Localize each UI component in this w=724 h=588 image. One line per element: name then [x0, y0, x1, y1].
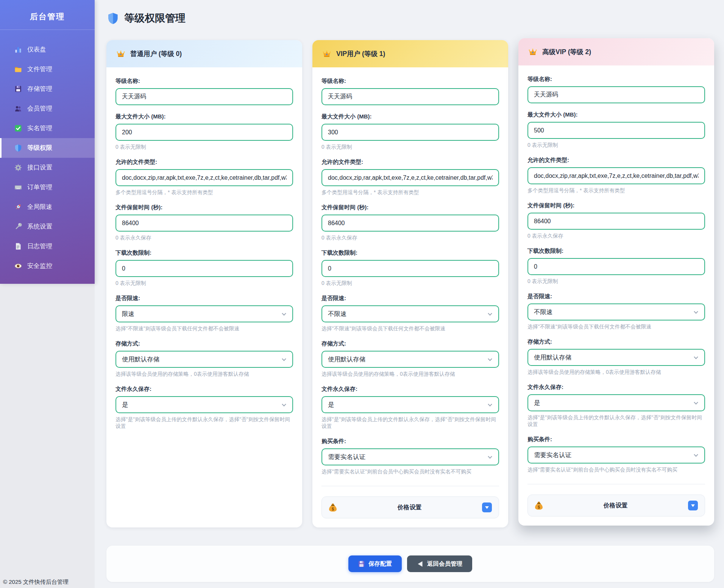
- level-cards: 普通用户 (等级 0) 等级名称: 最大文件大小 (MB): 0 表示无限制 允…: [106, 40, 714, 527]
- chevron-down-icon: [694, 400, 698, 404]
- permanent-save-select[interactable]: 是: [527, 394, 705, 411]
- sidebar-item-label: 日志管理: [27, 242, 52, 250]
- speed-limit-label: 是否限速:: [115, 295, 293, 302]
- speed-limit-select[interactable]: 不限速: [527, 303, 705, 320]
- file-types-input[interactable]: [527, 167, 705, 184]
- permanent-hint: 选择"是"则该等级会员上传的文件默认永久保存，选择"否"则按文件保留时间设置: [321, 416, 499, 430]
- divider: [321, 486, 499, 486]
- level-name-input[interactable]: [115, 88, 293, 105]
- retention-label: 文件保留时间 (秒):: [321, 204, 499, 211]
- chevron-down-icon: [488, 311, 492, 315]
- system-wrench-icon: [14, 223, 22, 230]
- file-types-label: 允许的文件类型:: [527, 157, 705, 164]
- back-to-members-button[interactable]: 返回会员管理: [407, 555, 472, 572]
- card-header: 普通用户 (等级 0): [106, 40, 302, 67]
- sidebar-item-11[interactable]: 安全监控: [0, 256, 95, 276]
- file-types-input[interactable]: [115, 169, 293, 186]
- purchase-condition-select[interactable]: 需要实名认证: [321, 448, 499, 465]
- storage-label: 存储方式:: [321, 340, 499, 347]
- purchase-condition-select[interactable]: 需要实名认证: [527, 446, 705, 464]
- sidebar-item-0[interactable]: 仪表盘: [0, 40, 95, 59]
- level-card-1: VIP用户 (等级 1) 等级名称: 最大文件大小 (MB): 0 表示无限制 …: [312, 40, 508, 527]
- max-size-input[interactable]: [115, 124, 293, 141]
- storage-label: 存储方式:: [527, 338, 705, 345]
- speed-limit-select[interactable]: 不限速: [321, 305, 499, 322]
- permanent-hint: 选择"是"则该等级会员上传的文件默认永久保存，选择"否"则按文件保留时间设置: [115, 416, 293, 430]
- price-toggle-button[interactable]: [482, 502, 492, 512]
- level-name-input[interactable]: [321, 88, 499, 105]
- card-title: 高级VIP (等级 2): [542, 47, 591, 56]
- price-settings-row[interactable]: 价格设置: [527, 495, 705, 516]
- sidebar-item-9[interactable]: 系统设置: [0, 217, 95, 236]
- level-name-input[interactable]: [527, 86, 705, 103]
- sidebar-item-1[interactable]: 文件管理: [0, 59, 95, 79]
- chevron-down-icon: [282, 402, 286, 406]
- max-size-hint: 0 表示无限制: [321, 144, 499, 151]
- download-limit-input[interactable]: [527, 258, 705, 275]
- sidebar-item-label: 全局限速: [27, 203, 52, 211]
- file-types-hint: 多个类型用逗号分隔，* 表示支持所有类型: [321, 189, 499, 196]
- security-eye-icon: [14, 262, 22, 270]
- sidebar-item-3[interactable]: 会员管理: [0, 99, 95, 118]
- storage-select[interactable]: 使用默认存储: [115, 351, 293, 368]
- sidebar-item-7[interactable]: 订单管理: [0, 177, 95, 197]
- download-limit-input[interactable]: [115, 260, 293, 277]
- back-button-label: 返回会员管理: [427, 560, 462, 568]
- card-header: VIP用户 (等级 1): [312, 40, 508, 67]
- max-size-input[interactable]: [527, 122, 705, 139]
- level-name-label: 等级名称:: [321, 78, 499, 85]
- moneybag-icon: [329, 503, 337, 512]
- crown-icon: [116, 50, 125, 58]
- retention-input[interactable]: [527, 213, 705, 230]
- sidebar-item-10[interactable]: 日志管理: [0, 236, 95, 256]
- storage-label: 存储方式:: [115, 340, 293, 347]
- file-types-hint: 多个类型用逗号分隔，* 表示支持所有类型: [115, 189, 293, 196]
- storage-hint: 选择该等级会员使用的存储策略，0表示使用游客默认存储: [321, 371, 499, 378]
- speed-limit-select[interactable]: 限速: [115, 305, 293, 322]
- permanent-save-select[interactable]: 是: [321, 396, 499, 413]
- speed-limit-hint: 选择"不限速"则该等级会员下载任何文件都不会被限速: [321, 325, 499, 332]
- max-size-input[interactable]: [321, 124, 499, 141]
- storage-select[interactable]: 使用默认存储: [321, 351, 499, 368]
- purchase-label: 购买条件:: [321, 438, 499, 445]
- sidebar-item-5[interactable]: 等级权限: [0, 138, 95, 158]
- permanent-label: 文件永久保存:: [527, 384, 705, 391]
- app-title: 后台管理: [0, 0, 95, 30]
- chevron-down-icon: [488, 454, 492, 458]
- retention-input[interactable]: [115, 215, 293, 232]
- chevron-down-icon: [694, 355, 698, 359]
- download-limit-input[interactable]: [321, 260, 499, 277]
- sidebar-item-8[interactable]: 全局限速: [0, 197, 95, 217]
- page-title: 等级权限管理: [124, 11, 186, 25]
- download-limit-hint: 0 表示无限制: [527, 278, 705, 285]
- level-card-0: 普通用户 (等级 0) 等级名称: 最大文件大小 (MB): 0 表示无限制 允…: [106, 40, 302, 527]
- sidebar-item-label: 接口设置: [27, 163, 52, 172]
- storage-select[interactable]: 使用默认存储: [527, 349, 705, 366]
- sidebar-item-label: 系统设置: [27, 222, 52, 231]
- save-config-button[interactable]: 保存配置: [348, 555, 402, 572]
- retention-hint: 0 表示永久保存: [115, 235, 293, 241]
- chevron-down-icon: [488, 402, 492, 406]
- chevron-down-icon: [488, 356, 492, 361]
- chevron-down-icon: [694, 309, 698, 313]
- chevron-down-icon: [694, 452, 698, 456]
- file-types-input[interactable]: [321, 169, 499, 186]
- storage-hint: 选择该等级会员使用的存储策略，0表示使用游客默认存储: [115, 371, 293, 378]
- permanent-save-select[interactable]: 是: [115, 396, 293, 413]
- sidebar-item-4[interactable]: 实名管理: [0, 118, 95, 138]
- footer-bar: 保存配置 返回会员管理: [106, 546, 714, 582]
- level-name-label: 等级名称:: [115, 78, 293, 85]
- sidebar-item-6[interactable]: 接口设置: [0, 158, 95, 177]
- price-settings-row[interactable]: 价格设置: [321, 496, 499, 518]
- orders-icon: [14, 184, 22, 191]
- retention-input[interactable]: [321, 215, 499, 232]
- sidebar-item-label: 仪表盘: [27, 45, 46, 54]
- speed-limit-hint: 选择"不限速"则该等级会员下载任何文件都不会被限速: [115, 325, 293, 332]
- max-size-label: 最大文件大小 (MB):: [527, 111, 705, 118]
- sidebar-item-label: 文件管理: [27, 65, 52, 73]
- price-toggle-button[interactable]: [688, 501, 698, 510]
- chevron-down-icon: [282, 356, 286, 361]
- purchase-label: 购买条件:: [527, 436, 705, 443]
- retention-label: 文件保留时间 (秒):: [527, 202, 705, 209]
- sidebar-item-2[interactable]: 存储管理: [0, 79, 95, 99]
